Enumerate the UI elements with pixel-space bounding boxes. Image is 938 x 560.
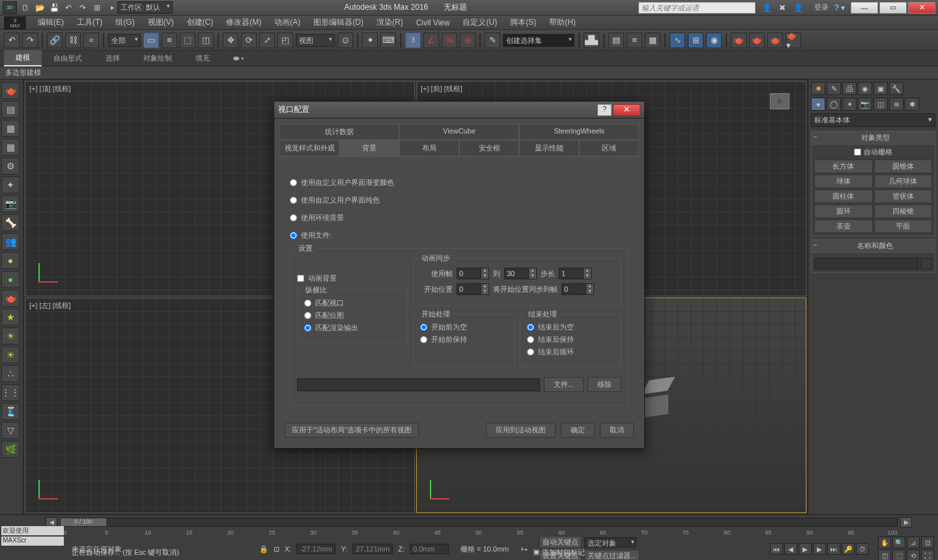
dialog-close-button[interactable]: ✕ bbox=[613, 104, 640, 116]
window-crossing-button[interactable]: ◫ bbox=[198, 33, 214, 48]
render-prod-button[interactable]: 🫖▾ bbox=[786, 33, 801, 48]
play-button[interactable]: ▶ bbox=[799, 543, 812, 555]
layer-icon[interactable]: ▤ bbox=[1, 101, 20, 118]
particle-icon[interactable]: ∴ bbox=[1, 365, 20, 382]
nav-fov-button[interactable]: ⊿ bbox=[907, 537, 920, 548]
tab-visual-style[interactable]: 视觉样式和外观 bbox=[279, 140, 339, 156]
object-name-input[interactable] bbox=[814, 258, 919, 270]
cp-display-icon[interactable]: ▣ bbox=[874, 82, 888, 95]
workspace-dropdown[interactable]: 工作区: 默认 bbox=[117, 1, 173, 14]
nav-zoomext-button[interactable]: ⊡ bbox=[921, 537, 934, 548]
nav-maximize-button[interactable]: ⛶ bbox=[921, 550, 934, 560]
apply-active-button[interactable]: 应用到活动视图 bbox=[486, 423, 556, 438]
unlink-button[interactable]: ⛓ bbox=[65, 33, 81, 48]
teapot-icon[interactable]: 🫖 bbox=[1, 82, 20, 99]
render-button[interactable]: 🫖 bbox=[767, 33, 783, 48]
save-icon[interactable]: 💾 bbox=[48, 2, 60, 14]
spinner-syncframe[interactable]: ▲▼ bbox=[561, 283, 594, 295]
radio-start-hold[interactable]: 开始前保持 bbox=[420, 335, 507, 344]
obj-box-button[interactable]: 长方体 bbox=[814, 160, 873, 173]
radio-file[interactable]: 使用文件: bbox=[290, 231, 629, 240]
tab-safeframes[interactable]: 安全框 bbox=[459, 140, 519, 156]
cp-create-icon[interactable]: ✸ bbox=[811, 82, 825, 95]
obj-torus-button[interactable]: 圆环 bbox=[814, 204, 873, 218]
cloth-icon[interactable]: ▽ bbox=[1, 422, 20, 439]
menu-script[interactable]: 脚本(S) bbox=[504, 15, 543, 30]
cp-helpers-icon[interactable]: ◫ bbox=[874, 98, 888, 111]
obj-tube-button[interactable]: 管状体 bbox=[874, 189, 933, 203]
nav-zoomall-button[interactable]: ◫ bbox=[878, 550, 891, 560]
grid-icon[interactable]: ▦ bbox=[1, 120, 20, 137]
nav-zoom-button[interactable]: 🔍 bbox=[892, 537, 905, 548]
autogrid-checkbox[interactable]: 自动栅格 bbox=[814, 147, 932, 157]
spray-icon[interactable]: ⋮⋮ bbox=[1, 384, 20, 401]
ribbon-tab-modeling[interactable]: 建模 bbox=[4, 50, 42, 66]
group-icon[interactable]: 👥 bbox=[1, 233, 20, 250]
named-selection-dropdown[interactable]: 创建选择集 bbox=[503, 34, 575, 47]
menu-group[interactable]: 组(G) bbox=[109, 15, 141, 30]
project-icon[interactable]: ⊞ bbox=[91, 2, 103, 14]
select-rect-button[interactable]: ⬚ bbox=[180, 33, 195, 48]
bone-icon[interactable]: 🦴 bbox=[1, 214, 20, 231]
prev-frame-button[interactable]: ◀ bbox=[784, 543, 797, 555]
select-name-button[interactable]: ≡ bbox=[162, 33, 177, 48]
tab-steeringwheels[interactable]: SteeringWheels bbox=[519, 124, 639, 139]
timeslider-track[interactable]: 0 / 100 bbox=[60, 518, 898, 527]
spinner-snap-button[interactable]: ⊕ bbox=[460, 33, 476, 48]
viewcube[interactable]: 前 bbox=[760, 88, 799, 120]
radio-environment[interactable]: 使用环境背景 bbox=[290, 213, 629, 223]
tab-display-perf[interactable]: 显示性能 bbox=[519, 140, 579, 156]
radio-end-hold[interactable]: 结束后保持 bbox=[527, 335, 614, 344]
maximize-button[interactable]: ▭ bbox=[879, 2, 907, 14]
toggle-ribbon-button[interactable]: ▦ bbox=[645, 33, 661, 48]
time-config-button[interactable]: ⏱ bbox=[856, 543, 869, 555]
grass-icon[interactable]: 🌿 bbox=[1, 441, 20, 458]
manipulate-button[interactable]: ✦ bbox=[362, 33, 378, 48]
hair-icon[interactable]: 🧵 bbox=[1, 403, 20, 420]
spinner-frame-from[interactable]: ▲▼ bbox=[457, 268, 489, 279]
obj-cone-button[interactable]: 圆锥体 bbox=[874, 160, 933, 173]
open-icon[interactable]: 📂 bbox=[34, 2, 46, 14]
nav-region-button[interactable]: ⬚ bbox=[892, 550, 905, 560]
cp-utilities-icon[interactable]: 🔧 bbox=[889, 82, 903, 95]
menu-grapheditors[interactable]: 图形编辑器(D) bbox=[307, 15, 370, 30]
menu-create[interactable]: 创建(C) bbox=[180, 15, 220, 30]
snap-toggle-button[interactable]: 3 bbox=[405, 33, 421, 48]
object-color-swatch[interactable] bbox=[920, 258, 932, 270]
menu-modifiers[interactable]: 修改器(M) bbox=[220, 15, 268, 30]
cp-spacewarps-icon[interactable]: ≋ bbox=[889, 98, 903, 111]
cancel-button[interactable]: 取消 bbox=[600, 423, 634, 438]
keyboard-shortcut-button[interactable]: ⌨ bbox=[380, 33, 396, 48]
file-button[interactable]: 文件... bbox=[544, 377, 584, 392]
signin-icon[interactable]: 👤 bbox=[761, 2, 773, 14]
menu-edit[interactable]: 编辑(E) bbox=[31, 15, 70, 30]
key-mode-button[interactable]: 🔑 bbox=[842, 543, 855, 555]
menu-civilview[interactable]: Civil View bbox=[410, 16, 457, 29]
cam-icon[interactable]: 📷 bbox=[1, 195, 20, 212]
radio-end-blank[interactable]: 结束后为空 bbox=[527, 322, 614, 332]
ribbon-tab-selection[interactable]: 选择 bbox=[94, 51, 132, 66]
dialog-help-button[interactable]: ? bbox=[597, 104, 612, 116]
menu-render[interactable]: 渲染(R) bbox=[370, 15, 410, 30]
nav-orbit-button[interactable]: ⟲ bbox=[907, 550, 920, 560]
menu-view[interactable]: 视图(V) bbox=[141, 15, 180, 30]
spinner-frame-to[interactable]: ▲▼ bbox=[504, 268, 537, 279]
obj-cylinder-button[interactable]: 圆柱体 bbox=[814, 189, 873, 203]
ribbon-tab-objectpaint[interactable]: 对象绘制 bbox=[132, 51, 184, 66]
goto-start-button[interactable]: ⏮ bbox=[770, 543, 783, 555]
undo-icon[interactable]: ↶ bbox=[63, 2, 74, 14]
ribbon-tab-populate[interactable]: 填充 bbox=[184, 51, 221, 66]
menu-help[interactable]: 帮助(H) bbox=[543, 15, 582, 30]
radio-match-bitmap[interactable]: 匹配位图 bbox=[304, 311, 401, 320]
tool-icon[interactable]: ⚙ bbox=[1, 158, 20, 175]
obj-plane-button[interactable]: 平面 bbox=[874, 219, 933, 233]
timeslider-next[interactable]: ▶ bbox=[900, 517, 912, 527]
minimize-button[interactable]: — bbox=[851, 2, 878, 14]
cp-geometry-icon[interactable]: ● bbox=[811, 98, 825, 111]
login-link[interactable]: 登录 bbox=[814, 3, 829, 12]
rotate-button[interactable]: ⟳ bbox=[241, 33, 257, 48]
sphere-y-icon[interactable]: ● bbox=[1, 252, 20, 269]
layers-button[interactable]: ≡ bbox=[627, 33, 642, 48]
sphere-g-icon[interactable]: ● bbox=[1, 271, 20, 288]
keyfilter-button[interactable]: 关键点过滤器... bbox=[584, 550, 640, 560]
